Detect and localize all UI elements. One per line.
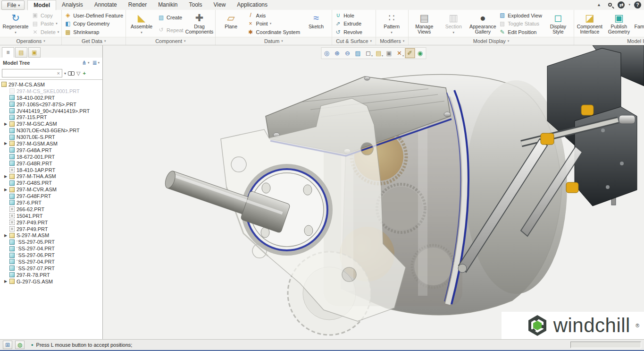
expander-icon[interactable]: ▶ xyxy=(4,279,9,283)
family-table-button[interactable]: ▦Family Table xyxy=(634,11,644,37)
tree-item[interactable]: 297-P49.PRT xyxy=(0,226,102,232)
repaint-button[interactable]: ▨ xyxy=(353,48,363,58)
tree-item[interactable]: ▶297-M-GSM.ASM xyxy=(0,140,102,147)
sync-icon[interactable]: ⇄ xyxy=(618,1,625,9)
tree-item[interactable]: 297-G48S.PRT xyxy=(0,180,102,186)
tree-item[interactable]: N307LOE<N3-6GEN>.PRT xyxy=(0,127,102,134)
shrinkwrap-button[interactable]: ▩Shrinkwrap xyxy=(64,28,123,36)
find-icon[interactable] xyxy=(68,71,75,76)
tree-item[interactable]: 18-410-1AP.PRT xyxy=(0,167,102,173)
component-interface-button[interactable]: ◪Component Interface xyxy=(576,11,604,37)
menu-tab-manikin[interactable]: Manikin xyxy=(152,0,183,10)
ribbon-group-label[interactable]: Model Display▾ xyxy=(409,37,574,45)
model-tree-toggle-icon[interactable]: ⊞ xyxy=(3,341,12,349)
ribbon-group-label[interactable]: Component▾ xyxy=(126,37,215,45)
display-style-button[interactable]: ◻Display Style▾ xyxy=(544,11,572,37)
search-field[interactable]: × xyxy=(2,69,62,77)
tree-item[interactable]: 297-G48R.PRT xyxy=(0,160,102,167)
menu-tab-view[interactable]: View xyxy=(208,0,232,10)
chevron-down-icon[interactable]: ▾ xyxy=(628,3,630,7)
tree-item[interactable]: 15041.PRT xyxy=(0,213,102,219)
expander-icon[interactable]: ▶ xyxy=(4,174,9,179)
menu-tab-annotate[interactable]: Annotate xyxy=(89,0,123,10)
point-button[interactable]: ×Point▾ xyxy=(247,20,301,28)
udf-button[interactable]: ◈User-Defined Feature xyxy=(64,11,123,19)
tree-item[interactable]: 297-P49.PRT xyxy=(0,219,102,226)
tree-item[interactable]: ▫SS-297-04.PRT xyxy=(0,245,102,252)
folder-browser-tab[interactable]: ▤ xyxy=(15,47,27,58)
zoom-in-button[interactable]: ⊕ xyxy=(332,48,342,58)
drag-components-button[interactable]: ✚Drag Components xyxy=(185,11,214,37)
revolve-button[interactable]: ↺Revolve xyxy=(335,28,362,36)
zoom-out-button[interactable]: ⊖ xyxy=(343,48,352,58)
copy-geometry-button[interactable]: ◧Copy Geometry xyxy=(64,20,123,28)
tree-item[interactable]: 297-106S<297-87S>.PRT xyxy=(0,101,102,108)
ribbon-group-label[interactable]: Modifiers▾ xyxy=(376,37,408,45)
tree-item[interactable]: ▶297-M-CVR.ASM xyxy=(0,186,102,193)
axis-button[interactable]: /Axis xyxy=(247,11,301,19)
tree-item[interactable]: 18-672-001.PRT xyxy=(0,154,102,160)
tree-item[interactable]: ▫SS-297-07.PRT xyxy=(0,265,102,272)
tree-item[interactable]: 297-6.PRT xyxy=(0,199,102,206)
tree-item[interactable]: ▶S-297-M.ASM xyxy=(0,232,102,239)
settings-icon[interactable]: ≣▾ xyxy=(92,60,100,66)
file-menu-button[interactable]: File ▾ xyxy=(1,0,25,10)
search-icon[interactable] xyxy=(606,1,614,9)
create-button[interactable]: ▧Create xyxy=(158,14,183,22)
chevron-down-icon[interactable]: ▾ xyxy=(64,71,67,76)
web-browser-toggle-icon[interactable]: ◍ xyxy=(15,341,25,349)
menu-tab-model[interactable]: Model xyxy=(27,0,56,10)
tree-item[interactable]: 297-115.PRT xyxy=(0,114,102,120)
menu-tab-applications[interactable]: Applications xyxy=(231,0,273,10)
display-style-button[interactable]: ◻▾ xyxy=(363,48,373,58)
filter-icon[interactable]: ▽ xyxy=(76,70,81,77)
extrude-button[interactable]: ⇗Extrude xyxy=(335,20,362,28)
search-input[interactable] xyxy=(2,70,55,77)
expand-tree-icon[interactable]: + xyxy=(82,70,86,76)
publish-geometry-button[interactable]: ▣Publish Geometry xyxy=(605,11,633,37)
tree-item[interactable]: 297-G48F.PRT xyxy=(0,193,102,199)
tree-item[interactable]: ▫SS-297-04.PRT xyxy=(0,258,102,265)
datum-display-button[interactable]: ✕▾ xyxy=(394,48,404,58)
expander-icon[interactable]: ▶ xyxy=(4,141,9,146)
menu-tab-tools[interactable]: Tools xyxy=(183,0,208,10)
clear-search-icon[interactable]: × xyxy=(55,70,62,76)
sketch-button[interactable]: ≈Sketch xyxy=(302,11,330,37)
tree-item[interactable]: ▶G-297-GS.ASM xyxy=(0,278,102,285)
appearance-gallery-button[interactable]: ●Appearance Gallery▾ xyxy=(468,11,497,37)
tree-item[interactable]: ▫SS-297-06.PRT xyxy=(0,252,102,258)
manage-views-button[interactable]: ▤Manage Views▾ xyxy=(410,11,438,37)
regenerate-button[interactable]: ↻Regenerate▾ xyxy=(1,11,30,37)
tree-item[interactable]: 297-G48A.PRT xyxy=(0,147,102,154)
menu-tab-render[interactable]: Render xyxy=(123,0,152,10)
ribbon-group-label[interactable]: Datum▾ xyxy=(216,37,332,45)
menu-tab-analysis[interactable]: Analysis xyxy=(56,0,89,10)
tree-item[interactable]: JV441419_90<JV441419>.PRT xyxy=(0,108,102,114)
tree-item[interactable]: 297-M-CS_SKEL0001.PRT xyxy=(0,88,102,94)
edit-position-button[interactable]: ✎Edit Position xyxy=(499,28,542,36)
tree-item[interactable]: ▶297-M-GSC.ASM xyxy=(0,120,102,127)
spin-center-button[interactable]: ◉ xyxy=(415,48,425,58)
annotation-display-button[interactable]: ✐ xyxy=(405,48,415,58)
favorites-tab[interactable]: ▣ xyxy=(28,47,41,58)
ribbon-group-label[interactable]: Model Intent▾ xyxy=(574,37,644,45)
pattern-button[interactable]: ∷Pattern▾ xyxy=(377,11,406,37)
ribbon-group-label[interactable]: Cut & Surface▾ xyxy=(332,37,376,45)
assemble-button[interactable]: ◣Assemble▾ xyxy=(127,11,156,37)
hole-button[interactable]: ∪Hole xyxy=(335,11,362,19)
tree-item[interactable]: ▶297-M-THA.ASM xyxy=(0,173,102,180)
exploded-view-button[interactable]: ▧Exploded View xyxy=(499,11,542,19)
tree-item[interactable]: 297-M-CS.ASM xyxy=(0,81,102,88)
model-tree-tab[interactable]: ≡ xyxy=(2,47,14,58)
saved-orientations-button[interactable]: ▤▾ xyxy=(374,48,384,58)
tree-item[interactable]: 18-410-002.PRT xyxy=(0,94,102,101)
tree-filters-icon[interactable]: ⋔▾ xyxy=(82,60,90,66)
help-icon[interactable]: ? xyxy=(634,1,641,9)
tree-item[interactable]: 297-R-78.PRT xyxy=(0,272,102,278)
capture-button[interactable]: ▣ xyxy=(384,48,394,58)
tree-item[interactable]: N307L0E-S.PRT xyxy=(0,134,102,140)
ribbon-group-label[interactable]: Operations▾ xyxy=(0,37,61,45)
ribbon-group-label[interactable]: Get Data▾ xyxy=(62,37,125,45)
gearbox-assembly-model[interactable] xyxy=(103,45,644,339)
refit-button[interactable]: ◎ xyxy=(322,48,332,58)
